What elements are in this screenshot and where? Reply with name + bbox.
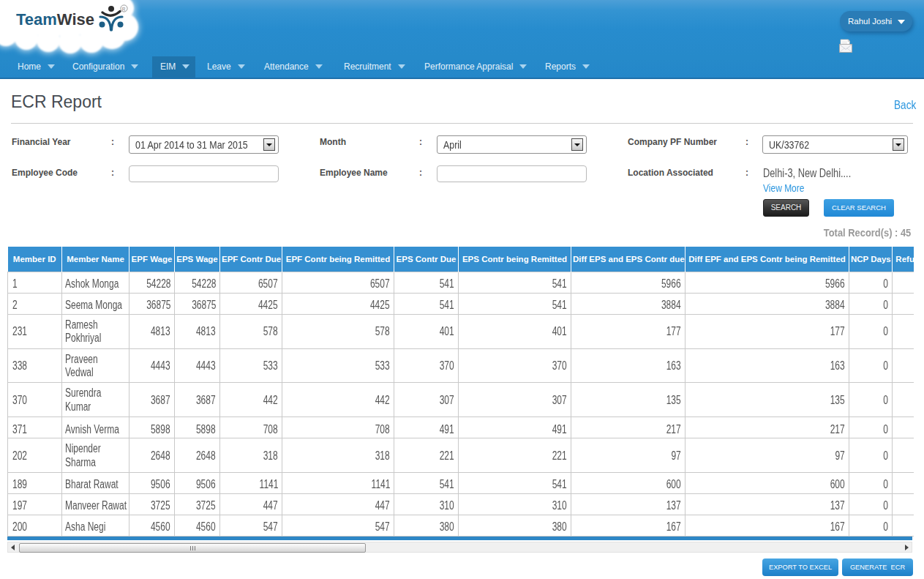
svg-text:TeamWise: TeamWise [16, 10, 94, 29]
svg-text:R: R [122, 7, 126, 12]
